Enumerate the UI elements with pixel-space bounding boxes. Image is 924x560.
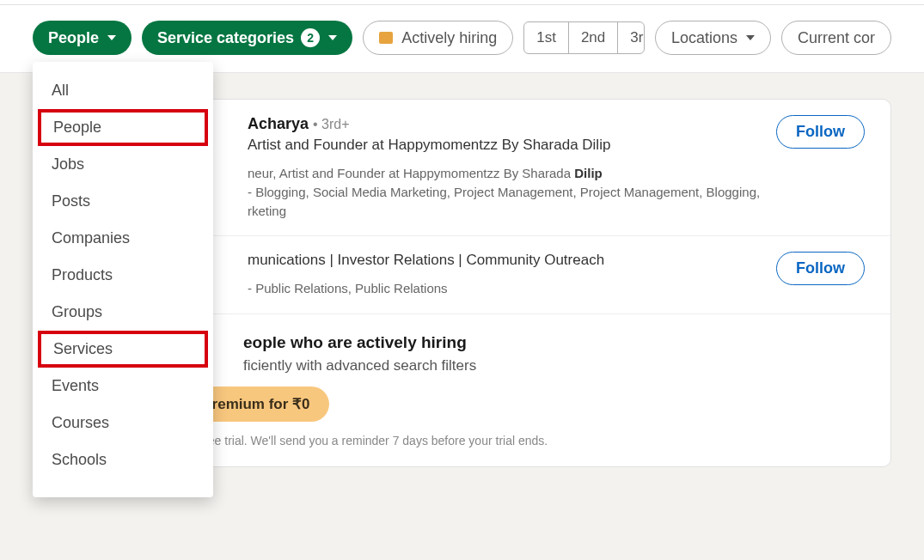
dropdown-item-posts[interactable]: Posts [33, 183, 213, 220]
top-nav: Home My Network Jobs Messaging Notificat… [0, 0, 924, 5]
people-filter-pill[interactable]: People [33, 21, 132, 55]
actively-hiring-label: Actively hiring [401, 29, 497, 47]
promo-subtitle: ficiently with advanced search filters [243, 357, 865, 374]
promo-title: eople who are actively hiring [243, 333, 865, 352]
result-meta: neur, Artist and Founder at Happymomentz… [248, 164, 865, 220]
conn-3rd[interactable]: 3rd+ [618, 22, 645, 53]
dropdown-item-services[interactable]: Services [38, 331, 208, 368]
result-meta: - Public Relations, Public Relations [248, 279, 865, 298]
people-filter-dropdown: All People Jobs Posts Companies Products… [33, 62, 213, 497]
dropdown-item-groups[interactable]: Groups [33, 294, 213, 331]
dropdown-item-products[interactable]: Products [33, 257, 213, 294]
promo-fine-print: 1-month free trial. We'll send you a rem… [153, 434, 865, 447]
dropdown-item-events[interactable]: Events [33, 368, 213, 405]
dropdown-item-people[interactable]: People [38, 109, 208, 146]
locations-label: Locations [671, 29, 737, 47]
current-company-pill[interactable]: Current cor [781, 21, 891, 55]
connection-degree-segmented: 1st 2nd 3rd+ [523, 21, 645, 54]
actively-hiring-pill[interactable]: Actively hiring [363, 21, 513, 55]
briefcase-icon [379, 32, 393, 44]
locations-pill[interactable]: Locations [655, 21, 771, 55]
result-degree: • 3rd+ [313, 117, 350, 131]
follow-button[interactable]: Follow [776, 115, 865, 149]
chevron-down-icon [746, 35, 755, 40]
dropdown-item-all[interactable]: All [33, 72, 213, 109]
service-categories-label: Service categories [157, 29, 294, 47]
dropdown-item-schools[interactable]: Schools [33, 441, 213, 478]
result-headline: Artist and Founder at Happymomentzz By S… [248, 137, 865, 154]
result-name: Acharya [248, 115, 309, 132]
people-filter-label: People [48, 29, 99, 47]
current-company-label: Current cor [798, 29, 875, 47]
chevron-down-icon [107, 35, 116, 40]
dropdown-item-jobs[interactable]: Jobs [33, 146, 213, 183]
result-headline: munications | Investor Relations | Commu… [248, 252, 865, 269]
dropdown-item-courses[interactable]: Courses [33, 405, 213, 441]
conn-2nd[interactable]: 2nd [569, 22, 618, 53]
service-categories-pill[interactable]: Service categories 2 [142, 21, 352, 55]
chevron-down-icon [328, 35, 337, 40]
dropdown-item-companies[interactable]: Companies [33, 220, 213, 257]
follow-button[interactable]: Follow [776, 252, 865, 285]
service-categories-count-badge: 2 [301, 28, 320, 47]
conn-1st[interactable]: 1st [524, 22, 569, 53]
